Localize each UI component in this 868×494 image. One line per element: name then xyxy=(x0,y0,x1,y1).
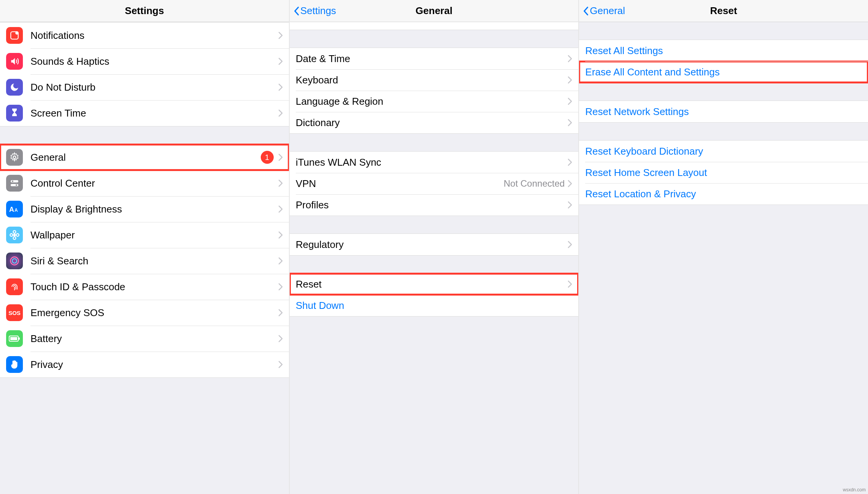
chevron-right-icon xyxy=(278,109,283,117)
svg-point-1 xyxy=(15,31,19,35)
chevron-right-icon xyxy=(568,98,572,105)
back-button[interactable]: Settings xyxy=(294,0,336,22)
row-shutdown[interactable]: Shut Down xyxy=(290,295,579,316)
page-title: Reset xyxy=(710,5,737,17)
svg-point-14 xyxy=(11,257,19,265)
row-label: Shut Down xyxy=(296,300,573,312)
row-profiles[interactable]: Profiles xyxy=(290,194,579,216)
svg-point-2 xyxy=(13,156,16,159)
row-partial xyxy=(290,22,579,30)
chevron-right-icon xyxy=(568,55,572,62)
chevron-right-icon xyxy=(278,205,283,213)
row-label: Dictionary xyxy=(296,117,568,129)
back-label: General xyxy=(590,5,625,17)
svg-point-9 xyxy=(13,234,16,237)
row-reset[interactable]: Reset xyxy=(290,273,579,295)
row-label: Reset Location & Privacy xyxy=(585,188,862,200)
siri-icon xyxy=(6,253,23,269)
row-label: General xyxy=(30,152,261,163)
row-label: Display & Brightness xyxy=(30,203,278,215)
chevron-right-icon xyxy=(278,231,283,239)
general-panel: Settings General Date & Time Keyboard La… xyxy=(290,0,579,494)
svg-point-12 xyxy=(10,234,13,237)
row-label: Control Center xyxy=(30,177,278,189)
row-label: Privacy xyxy=(30,359,278,371)
row-label: Keyboard xyxy=(296,74,568,86)
chevron-left-icon xyxy=(294,6,300,16)
page-title: Settings xyxy=(125,5,164,17)
row-privacy[interactable]: Privacy xyxy=(0,352,289,377)
chevron-right-icon xyxy=(568,158,572,166)
chevron-right-icon xyxy=(278,309,283,317)
chevron-left-icon xyxy=(583,6,589,16)
sounds-icon xyxy=(6,53,23,70)
row-label: Reset Keyboard Dictionary xyxy=(585,145,862,157)
page-title: General xyxy=(416,5,452,17)
row-label: Do Not Disturb xyxy=(30,82,278,93)
svg-text:A: A xyxy=(9,206,14,213)
row-display[interactable]: AA Display & Brightness xyxy=(0,196,289,222)
row-label: Sounds & Haptics xyxy=(30,56,278,67)
row-reset-home[interactable]: Reset Home Screen Layout xyxy=(579,162,868,183)
row-label: Reset Network Settings xyxy=(585,106,862,118)
row-dnd[interactable]: Do Not Disturb xyxy=(0,74,289,100)
row-control-center[interactable]: Control Center xyxy=(0,170,289,196)
row-detail: Not Connected xyxy=(504,178,565,189)
row-reset-location[interactable]: Reset Location & Privacy xyxy=(579,183,868,205)
row-dictionary[interactable]: Dictionary xyxy=(290,112,579,133)
switches-icon xyxy=(6,175,23,192)
row-keyboard[interactable]: Keyboard xyxy=(290,69,579,91)
row-battery[interactable]: Battery xyxy=(0,326,289,352)
svg-point-10 xyxy=(13,230,16,233)
reset-panel: General Reset Reset All Settings Erase A… xyxy=(579,0,868,494)
chevron-right-icon xyxy=(278,257,283,265)
chevron-right-icon xyxy=(568,76,572,84)
row-reset-keyboard[interactable]: Reset Keyboard Dictionary xyxy=(579,141,868,162)
row-screentime[interactable]: Screen Time xyxy=(0,100,289,126)
row-general[interactable]: General 1 xyxy=(0,144,289,170)
chevron-right-icon xyxy=(278,335,283,342)
row-notifications[interactable]: Notifications xyxy=(0,22,289,48)
row-label: Reset All Settings xyxy=(585,45,862,57)
fingerprint-icon xyxy=(6,278,23,295)
chevron-right-icon xyxy=(278,179,283,187)
nav-header: Settings xyxy=(0,0,289,22)
chevron-right-icon xyxy=(278,32,283,39)
chevron-right-icon xyxy=(278,283,283,291)
row-erase-all[interactable]: Erase All Content and Settings xyxy=(579,61,868,83)
row-regulatory[interactable]: Regulatory xyxy=(290,234,579,255)
row-datetime[interactable]: Date & Time xyxy=(290,48,579,69)
row-label: Notifications xyxy=(30,30,278,42)
row-wallpaper[interactable]: Wallpaper xyxy=(0,222,289,248)
row-itunes-sync[interactable]: iTunes WLAN Sync xyxy=(290,152,579,173)
row-siri[interactable]: Siri & Search xyxy=(0,248,289,274)
chevron-right-icon xyxy=(568,241,572,248)
watermark: wsxdn.com xyxy=(843,487,866,492)
back-button[interactable]: General xyxy=(583,0,625,22)
chevron-right-icon xyxy=(568,180,572,187)
row-label: Screen Time xyxy=(30,107,278,119)
row-label: Regulatory xyxy=(296,239,568,251)
row-label: Emergency SOS xyxy=(30,307,278,319)
row-label: Profiles xyxy=(296,199,568,211)
row-label: Reset Home Screen Layout xyxy=(585,167,862,179)
row-label: VPN xyxy=(296,178,504,190)
notifications-icon xyxy=(6,27,23,44)
svg-rect-17 xyxy=(10,337,17,340)
row-vpn[interactable]: VPN Not Connected xyxy=(290,173,579,194)
row-label: Erase All Content and Settings xyxy=(585,66,862,78)
row-label: Date & Time xyxy=(296,53,568,65)
row-reset-network[interactable]: Reset Network Settings xyxy=(579,101,868,122)
chevron-right-icon xyxy=(568,201,572,209)
hand-icon xyxy=(6,356,23,373)
row-reset-all[interactable]: Reset All Settings xyxy=(579,40,868,61)
svg-text:A: A xyxy=(14,208,18,213)
svg-point-13 xyxy=(16,234,19,237)
row-language[interactable]: Language & Region xyxy=(290,91,579,112)
svg-point-6 xyxy=(16,184,17,186)
row-label: Touch ID & Passcode xyxy=(30,281,278,293)
gear-icon xyxy=(6,149,23,166)
row-touchid[interactable]: Touch ID & Passcode xyxy=(0,274,289,300)
row-sounds[interactable]: Sounds & Haptics xyxy=(0,48,289,74)
row-sos[interactable]: SOS Emergency SOS xyxy=(0,300,289,326)
